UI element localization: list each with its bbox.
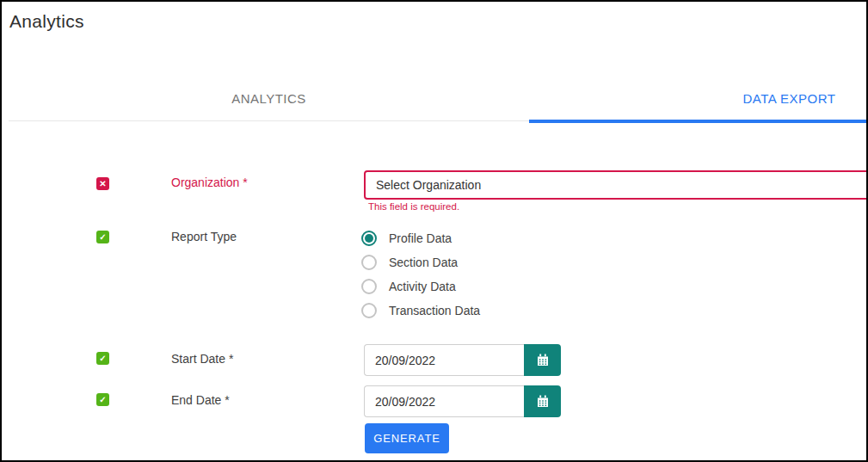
- radio-unselected-icon: [361, 279, 377, 294]
- calendar-icon: [535, 353, 551, 368]
- radio-dot: [365, 234, 373, 243]
- end-date-status-valid-icon: ✓: [96, 393, 109, 406]
- tab-data-export-label: DATA EXPORT: [742, 91, 835, 106]
- data-export-page: { "page": { "title": "Analytics" }, "tab…: [0, 0, 868, 462]
- organization-select-value: Select Organization: [376, 178, 481, 192]
- radio-activity-data-label: Activity Data: [389, 280, 456, 293]
- start-date-calendar-button[interactable]: [524, 344, 561, 376]
- report-type-status-valid-icon: ✓: [96, 231, 109, 243]
- report-type-label: Report Type: [171, 230, 237, 243]
- radio-profile-data[interactable]: Profile Data: [361, 231, 480, 246]
- radio-unselected-icon: [361, 255, 377, 270]
- radio-selected-icon: [361, 231, 377, 246]
- end-date-input[interactable]: [364, 385, 524, 417]
- radio-section-data-label: Section Data: [389, 256, 458, 269]
- tab-analytics-label: ANALYTICS: [231, 91, 306, 106]
- tab-analytics[interactable]: ANALYTICS: [9, 77, 529, 120]
- organization-select[interactable]: Select Organization: [364, 170, 868, 200]
- tab-data-export[interactable]: DATA EXPORT: [529, 77, 868, 120]
- page-title: Analytics: [9, 11, 84, 32]
- report-type-radio-group: Profile Data Section Data Activity Data …: [361, 231, 480, 327]
- start-date-label: Start Date *: [171, 352, 233, 366]
- start-date-field: [364, 344, 561, 376]
- check-mark-icon: ✓: [99, 354, 106, 363]
- start-date-status-valid-icon: ✓: [96, 352, 109, 365]
- tab-bar: ANALYTICS DATA EXPORT: [9, 77, 868, 121]
- radio-activity-data[interactable]: Activity Data: [361, 279, 480, 294]
- start-date-input[interactable]: [364, 344, 524, 376]
- radio-unselected-icon: [361, 303, 377, 318]
- organization-error-message: This field is required.: [368, 201, 459, 212]
- check-mark-icon: ✓: [99, 233, 106, 242]
- radio-profile-data-label: Profile Data: [389, 231, 452, 245]
- calendar-icon: [535, 394, 551, 410]
- radio-transaction-data[interactable]: Transaction Data: [361, 303, 480, 318]
- end-date-calendar-button[interactable]: [524, 385, 561, 417]
- x-mark-icon: ✕: [99, 180, 106, 188]
- radio-section-data[interactable]: Section Data: [361, 255, 480, 270]
- generate-button[interactable]: GENERATE: [365, 423, 449, 453]
- organization-status-error-icon: ✕: [96, 177, 109, 190]
- active-tab-indicator: [529, 120, 868, 123]
- radio-transaction-data-label: Transaction Data: [389, 304, 480, 317]
- end-date-label: End Date *: [171, 393, 230, 407]
- check-mark-icon: ✓: [99, 396, 106, 404]
- end-date-field: [364, 385, 561, 417]
- organization-label: Organization *: [171, 176, 248, 189]
